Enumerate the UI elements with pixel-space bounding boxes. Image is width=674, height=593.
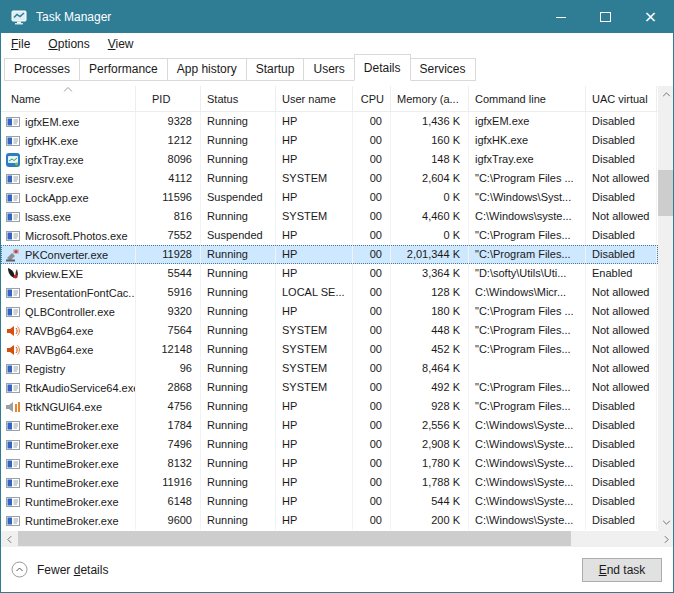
realtek-audio-icon bbox=[5, 399, 21, 415]
minimize-button[interactable] bbox=[538, 1, 583, 33]
cell-cpu: 00 bbox=[353, 321, 391, 340]
vertical-scrollbar[interactable] bbox=[658, 86, 673, 531]
table-row[interactable]: PresentationFontCac...5916RunningLOCAL S… bbox=[1, 283, 658, 302]
table-row[interactable]: RAVBg64.exe7564RunningSYSTEM00448 K"C:\P… bbox=[1, 321, 658, 340]
column-header-uac-virtual[interactable]: UAC virtual bbox=[586, 86, 657, 111]
table-row[interactable]: igfxEM.exe9328RunningHP001,436 KigfxEM.e… bbox=[1, 112, 658, 131]
close-button[interactable]: × bbox=[628, 1, 673, 33]
menu-item-view[interactable]: View bbox=[99, 34, 143, 54]
column-header-status[interactable]: Status bbox=[201, 86, 276, 111]
default-app-icon bbox=[5, 437, 21, 453]
column-header-cpu[interactable]: CPU bbox=[353, 86, 391, 111]
default-app-icon bbox=[5, 133, 21, 149]
tab-app-history[interactable]: App history bbox=[167, 58, 247, 81]
table-row[interactable]: RuntimeBroker.exe9600RunningHP00200 KC:\… bbox=[1, 511, 658, 530]
vertical-scrollbar-thumb[interactable] bbox=[658, 170, 673, 216]
table-row-selected[interactable]: PKConverter.exe11928RunningHP002,01,344 … bbox=[1, 245, 658, 264]
tab-performance[interactable]: Performance bbox=[79, 58, 168, 81]
table-row[interactable]: igfxHK.exe1212RunningHP00160 KigfxHK.exe… bbox=[1, 131, 658, 150]
table-row[interactable]: lsass.exe816RunningSYSTEM004,460 KC:\Win… bbox=[1, 207, 658, 226]
cell-uac: Disabled bbox=[586, 188, 657, 207]
process-name: RuntimeBroker.exe bbox=[25, 455, 119, 473]
column-header-name[interactable]: Name bbox=[1, 86, 136, 111]
fewer-details-label: Fewer details bbox=[37, 563, 108, 577]
tab-details[interactable]: Details bbox=[354, 54, 411, 81]
cell-command: C:\Windows\Syste... bbox=[469, 473, 586, 492]
cell-memory: 3,364 K bbox=[391, 264, 469, 283]
table-row[interactable]: isesrv.exe4112RunningSYSTEM002,604 K"C:\… bbox=[1, 169, 658, 188]
maximize-button[interactable] bbox=[583, 1, 628, 33]
default-app-icon bbox=[5, 475, 21, 491]
cell-user: SYSTEM bbox=[276, 169, 353, 188]
process-name: Microsoft.Photos.exe bbox=[25, 227, 128, 245]
default-app-icon bbox=[5, 228, 21, 244]
tab-startup[interactable]: Startup bbox=[246, 58, 305, 81]
window-title: Task Manager bbox=[36, 10, 111, 24]
cell-user: SYSTEM bbox=[276, 359, 353, 378]
table-row[interactable]: LockApp.exe11596SuspendedHP000 K"C:\Wind… bbox=[1, 188, 658, 207]
table-row[interactable]: RuntimeBroker.exe11916RunningHP001,788 K… bbox=[1, 473, 658, 492]
process-name: RAVBg64.exe bbox=[25, 322, 93, 340]
cell-status: Running bbox=[201, 131, 276, 150]
scroll-left-button[interactable] bbox=[1, 531, 18, 546]
cell-status: Running bbox=[201, 283, 276, 302]
cell-pid: 7552 bbox=[136, 226, 201, 245]
cell-cpu: 00 bbox=[353, 264, 391, 283]
column-label: Command line bbox=[475, 93, 546, 105]
horizontal-scrollbar[interactable] bbox=[1, 531, 673, 546]
table-row[interactable]: RuntimeBroker.exe6148RunningHP00544 KC:\… bbox=[1, 492, 658, 511]
cell-name: pkview.EXE bbox=[1, 264, 136, 283]
table-row[interactable]: pkview.EXE5544RunningHP003,364 K"D:\soft… bbox=[1, 264, 658, 283]
column-header-command-line[interactable]: Command line bbox=[469, 86, 586, 111]
menu-item-file[interactable]: File bbox=[2, 34, 39, 54]
table-row[interactable]: RuntimeBroker.exe7496RunningHP002,908 KC… bbox=[1, 435, 658, 454]
menu-item-options[interactable]: Options bbox=[39, 34, 98, 54]
scroll-up-button[interactable] bbox=[658, 86, 673, 103]
table-row[interactable]: RuntimeBroker.exe8132RunningHP001,780 KC… bbox=[1, 454, 658, 473]
cell-memory: 2,604 K bbox=[391, 169, 469, 188]
table-row[interactable]: Registry96RunningSYSTEM008,464 KNot allo… bbox=[1, 359, 658, 378]
tab-processes[interactable]: Processes bbox=[4, 58, 80, 81]
cell-name: RuntimeBroker.exe bbox=[1, 416, 136, 435]
process-name: RuntimeBroker.exe bbox=[25, 493, 119, 511]
cell-user: HP bbox=[276, 511, 353, 530]
cell-memory: 160 K bbox=[391, 131, 469, 150]
end-task-button[interactable]: End task bbox=[582, 558, 662, 582]
chevron-up-icon bbox=[662, 92, 671, 97]
scroll-right-button[interactable] bbox=[658, 531, 673, 546]
cell-command: C:\Windows\Micr... bbox=[469, 283, 586, 302]
table-row[interactable]: RAVBg64.exe12148RunningSYSTEM00452 K"C:\… bbox=[1, 340, 658, 359]
cell-memory: 0 K bbox=[391, 226, 469, 245]
process-name: LockApp.exe bbox=[25, 189, 89, 207]
fewer-details-toggle[interactable]: Fewer details bbox=[11, 561, 108, 578]
cell-command: "C:\Program Files... bbox=[469, 397, 586, 416]
default-app-icon bbox=[5, 513, 21, 529]
cell-user: SYSTEM bbox=[276, 321, 353, 340]
cell-status: Running bbox=[201, 492, 276, 511]
column-header-memory-a[interactable]: Memory (a... bbox=[391, 86, 469, 111]
cell-cpu: 00 bbox=[353, 378, 391, 397]
cell-pid: 9600 bbox=[136, 511, 201, 530]
scroll-down-button[interactable] bbox=[658, 514, 673, 531]
table-row[interactable]: RtkNGUI64.exe4756RunningHP00928 K"C:\Pro… bbox=[1, 397, 658, 416]
column-label: Status bbox=[207, 93, 238, 105]
tab-users[interactable]: Users bbox=[303, 58, 354, 81]
column-header-user-name[interactable]: User name bbox=[276, 86, 353, 111]
task-manager-icon bbox=[11, 9, 27, 25]
table-row[interactable]: RtkAudioService64.exe2868RunningSYSTEM00… bbox=[1, 378, 658, 397]
table-row[interactable]: RuntimeBroker.exe1784RunningHP002,556 KC… bbox=[1, 416, 658, 435]
default-app-icon bbox=[5, 380, 21, 396]
cell-memory: 2,556 K bbox=[391, 416, 469, 435]
table-row[interactable]: igfxTray.exe8096RunningHP00148 KigfxTray… bbox=[1, 150, 658, 169]
table-row[interactable]: QLBController.exe9320RunningHP00180 K"C:… bbox=[1, 302, 658, 321]
cell-memory: 200 K bbox=[391, 511, 469, 530]
cell-uac: Disabled bbox=[586, 245, 657, 264]
tab-strip: ProcessesPerformanceApp historyStartupUs… bbox=[1, 55, 673, 81]
process-name: igfxEM.exe bbox=[25, 113, 79, 131]
column-header-pid[interactable]: PID bbox=[136, 86, 201, 111]
horizontal-scrollbar-thumb[interactable] bbox=[18, 531, 571, 546]
tab-services[interactable]: Services bbox=[410, 58, 476, 81]
cell-pid: 2868 bbox=[136, 378, 201, 397]
cell-cpu: 00 bbox=[353, 397, 391, 416]
table-row[interactable]: Microsoft.Photos.exe7552SuspendedHP000 K… bbox=[1, 226, 658, 245]
